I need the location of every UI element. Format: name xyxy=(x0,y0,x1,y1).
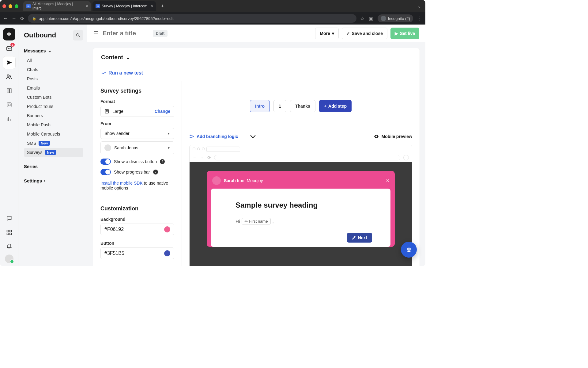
sidebar-item-settings[interactable]: Settings › xyxy=(24,178,83,183)
draft-badge: Draft xyxy=(153,30,168,37)
mock-dot-icon xyxy=(197,148,200,150)
more-button[interactable]: More ▾ xyxy=(315,28,338,39)
close-icon[interactable]: × xyxy=(151,4,153,9)
sidebar-item-emails[interactable]: Emails xyxy=(24,83,83,93)
star-icon[interactable]: ☆ xyxy=(360,16,364,21)
svg-rect-11 xyxy=(7,233,9,235)
survey-comma: , xyxy=(273,219,274,224)
tabs-overflow-icon[interactable]: ⌄ xyxy=(417,4,423,9)
format-icon xyxy=(104,109,109,114)
rail-contacts[interactable] xyxy=(3,71,15,83)
svg-rect-9 xyxy=(7,230,9,232)
intercom-favicon-icon: III xyxy=(26,4,31,8)
button-swatch-icon xyxy=(164,250,170,256)
check-icon: ✓ xyxy=(346,31,350,36)
url-field[interactable]: 🔒 app.intercom.com/a/apps/nnsgmgob/outbo… xyxy=(28,14,356,23)
variable-chip[interactable]: ⇔ First name xyxy=(242,218,270,224)
browser-tab-2[interactable]: III Survey | Moodjoy | Intercom × xyxy=(92,1,156,11)
preview-column: Intro 1 Thanks + Add step xyxy=(182,81,420,266)
back-button[interactable]: ← xyxy=(3,16,8,21)
step-thanks[interactable]: Thanks xyxy=(290,100,315,112)
chevron-down-icon: ▼ xyxy=(167,146,170,150)
rail-notifications-icon[interactable] xyxy=(3,240,15,253)
intercom-favicon-icon: III xyxy=(96,4,100,8)
sidebar-item-posts[interactable]: Posts xyxy=(24,74,83,83)
close-icon[interactable]: × xyxy=(386,178,389,184)
reload-button[interactable]: ⟳ xyxy=(20,16,24,21)
run-test-link[interactable]: Run a new test xyxy=(93,65,420,81)
sidebar-item-mobile-push[interactable]: Mobile Push xyxy=(24,120,83,129)
help-icon[interactable]: ? xyxy=(153,170,158,174)
intercom-logo-icon[interactable] xyxy=(3,28,15,40)
sidebar-item-sms[interactable]: SMS New xyxy=(24,139,83,148)
incognito-badge[interactable]: Incognito (2) xyxy=(378,14,413,22)
progress-toggle[interactable] xyxy=(100,169,111,175)
content-heading[interactable]: Content ⌄ xyxy=(93,48,420,65)
panel-icon[interactable]: ▣ xyxy=(369,16,373,21)
forward-button[interactable]: → xyxy=(12,16,17,21)
button-label: Button xyxy=(100,241,174,246)
step-1[interactable]: 1 xyxy=(273,100,286,112)
dismiss-toggle[interactable] xyxy=(100,159,111,165)
play-icon: ▶ xyxy=(395,31,398,36)
change-format-link[interactable]: Change xyxy=(155,109,170,114)
sender-avatar-icon xyxy=(212,176,221,185)
svg-point-18 xyxy=(190,135,191,136)
rail-inbox[interactable]: 1 xyxy=(3,42,15,55)
sidebar-group-messages[interactable]: Messages ⌄ xyxy=(24,48,83,53)
next-button[interactable]: Next xyxy=(347,233,372,243)
main: ☰ Draft More ▾ ✓ Save and close ▶ Set li… xyxy=(87,25,425,266)
add-step-button[interactable]: + Add step xyxy=(319,100,352,112)
window-minimize-icon[interactable] xyxy=(9,4,12,8)
help-icon[interactable]: ? xyxy=(160,159,165,164)
hamburger-icon[interactable]: ☰ xyxy=(93,30,98,37)
close-icon[interactable]: × xyxy=(86,4,88,9)
from-mode-select[interactable]: Show sender ▼ xyxy=(100,128,174,139)
rail-outbound[interactable] xyxy=(3,56,15,69)
search-button[interactable] xyxy=(73,30,83,40)
window-maximize-icon[interactable] xyxy=(15,4,18,8)
sidebar-item-mobile-carousels[interactable]: Mobile Carousels xyxy=(24,129,83,139)
browser-tab-1[interactable]: III All Messages | Moodjoy | Interc × xyxy=(23,1,91,11)
from-user-select[interactable]: Sarah Jonas ▼ xyxy=(100,141,174,154)
rail-avatar[interactable] xyxy=(5,255,13,263)
nav-rail: 1 xyxy=(0,25,18,266)
intercom-messenger-fab[interactable] xyxy=(401,242,417,258)
button-color-field[interactable]: #3F51B5 xyxy=(100,247,174,259)
mobile-preview-toggle[interactable]: Mobile preview xyxy=(374,134,412,139)
background-color-field[interactable]: #F06192 xyxy=(100,224,174,235)
rail-reports[interactable] xyxy=(3,113,15,125)
sidebar-item-chats[interactable]: Chats xyxy=(24,65,83,74)
svg-rect-8 xyxy=(8,104,10,106)
add-branching-logic-link[interactable]: Add branching logic xyxy=(189,134,238,139)
save-and-close-button[interactable]: ✓ Save and close xyxy=(342,28,387,39)
set-live-button[interactable]: ▶ Set live xyxy=(390,28,419,39)
lock-icon: 🔒 xyxy=(32,17,36,21)
kebab-menu-icon[interactable]: ⋮ xyxy=(417,16,422,21)
sidebar-item-banners[interactable]: Banners xyxy=(24,111,83,120)
sidebar-item-custom-bots[interactable]: Custom Bots xyxy=(24,93,83,102)
new-tab-button[interactable]: + xyxy=(158,3,167,10)
svg-rect-0 xyxy=(6,31,12,37)
step-intro[interactable]: Intro xyxy=(250,100,270,112)
rail-messenger-icon[interactable] xyxy=(3,212,15,224)
variable-icon: ⇔ xyxy=(244,219,248,224)
rail-operator[interactable] xyxy=(3,99,15,111)
rail-apps-icon[interactable] xyxy=(3,226,15,239)
format-value: Large xyxy=(112,109,123,114)
window-close-icon[interactable] xyxy=(2,4,6,8)
sender-name: Sarah xyxy=(224,178,236,183)
from-label: From xyxy=(100,121,174,126)
new-badge: New xyxy=(45,150,56,155)
sidebar-item-surveys[interactable]: Surveys New xyxy=(24,148,83,157)
mock-forward-icon: → xyxy=(200,155,204,160)
background-label: Background xyxy=(100,217,174,222)
install-sdk-link[interactable]: Install the mobile SDK xyxy=(100,181,143,186)
title-input[interactable] xyxy=(103,30,149,37)
sidebar-item-product-tours[interactable]: Product Tours xyxy=(24,102,83,111)
survey-heading[interactable]: Sample survey heading xyxy=(236,201,366,209)
svg-point-5 xyxy=(7,75,9,77)
sidebar-item-series[interactable]: Series xyxy=(24,164,83,169)
rail-articles[interactable] xyxy=(3,85,15,97)
sidebar-item-all[interactable]: All xyxy=(24,56,83,65)
